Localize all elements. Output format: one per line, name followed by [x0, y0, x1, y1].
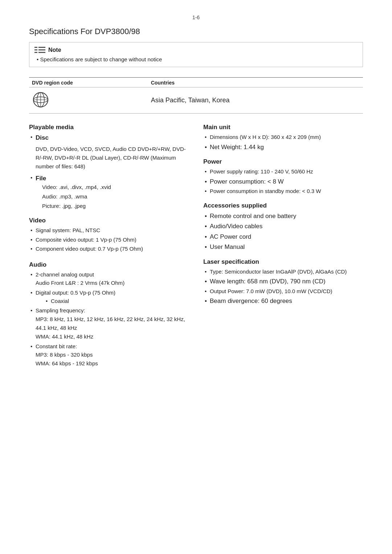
- power-item-2: Power consumption in standby mode: < 0.3…: [203, 187, 363, 196]
- video-item-2: Component video output: 0.7 Vp-p (75 Ohm…: [29, 245, 189, 253]
- playable-media-heading: Playable media: [29, 124, 189, 131]
- file-video: Video: .avi, .divx, .mp4, .xvid: [36, 183, 189, 192]
- power-list: Power supply rating: 110 - 240 V, 50/60 …: [203, 168, 363, 196]
- audio-item-2: Sampling frequency: MP3: 8 kHz, 11 kHz, …: [29, 307, 189, 341]
- svg-rect-3: [38, 47, 45, 48]
- countries-col-header: Countries: [148, 78, 363, 87]
- audio-item-0: 2-channel analog output Audio Front L&R …: [29, 271, 189, 288]
- laser-heading: Laser specification: [203, 258, 363, 266]
- svg-rect-0: [34, 47, 37, 48]
- note-label: Note: [48, 47, 61, 53]
- main-unit-heading: Main unit: [203, 124, 363, 131]
- svg-rect-2: [34, 52, 37, 53]
- power-item-0: Power supply rating: 110 - 240 V, 50/60 …: [203, 168, 363, 176]
- audio-item-2-sub: MP3: 8 kHz, 11 kHz, 12 kHz, 16 kHz, 22 k…: [36, 315, 189, 341]
- power-item-1: Power consumption: < 8 W: [203, 177, 363, 186]
- video-item-1: Composite video output: 1 Vp-p (75 Ohm): [29, 236, 189, 244]
- page-number: 1-6: [29, 15, 363, 20]
- audio-item-2-text: Sampling frequency:: [36, 307, 85, 313]
- disc-text: DVD, DVD-Video, VCD, SVCD, Audio CD DVD+…: [29, 145, 189, 171]
- audio-item-1: Digital output: 0.5 Vp-p (75 Ohm) Coaxia…: [29, 289, 189, 305]
- region-col-header: DVD region code: [29, 78, 148, 87]
- audio-item-3-text: Constant bit rate:: [36, 343, 77, 349]
- main-unit-item-0: Dimensions (W x H x D): 360 x 42 x 209 (…: [203, 133, 363, 141]
- note-item: Specifications are subject to change wit…: [34, 56, 356, 62]
- note-icon: [34, 46, 45, 54]
- file-audio: Audio: .mp3, .wma: [36, 192, 189, 201]
- disc-list: Disc: [29, 133, 189, 143]
- laser-item-0: Type: Semiconductor laser InGaAlP (DVD),…: [203, 268, 363, 276]
- audio-item-3: Constant bit rate: MP3: 8 kbps - 320 kbp…: [29, 342, 189, 368]
- disc-label: Disc: [36, 134, 49, 141]
- page-title: Specifications For DVP3800/98: [29, 27, 363, 36]
- power-heading: Power: [203, 158, 363, 165]
- accessories-list: Remote control and one battery Audio/Vid…: [203, 212, 363, 252]
- accessories-item-1: Audio/Video cables: [203, 222, 363, 231]
- accessories-item-3: User Manual: [203, 242, 363, 252]
- main-unit-list: Dimensions (W x H x D): 360 x 42 x 209 (…: [203, 133, 363, 152]
- audio-item-0-text: 2-channel analog output: [36, 271, 94, 278]
- file-picture: Picture: .jpg, .jpeg: [36, 202, 189, 210]
- svg-rect-1: [34, 49, 37, 50]
- right-column: Main unit Dimensions (W x H x D): 360 x …: [203, 124, 363, 370]
- laser-list: Type: Semiconductor laser InGaAlP (DVD),…: [203, 268, 363, 306]
- file-list: File Video: .avi, .divx, .mp4, .xvid Aud…: [29, 174, 189, 211]
- note-list: Specifications are subject to change wit…: [34, 56, 356, 62]
- accessories-item-0: Remote control and one battery: [203, 212, 363, 221]
- video-list: Signal system: PAL, NTSC Composite video…: [29, 226, 189, 253]
- region-table: DVD region code Countries Asia Pacific, …: [29, 77, 363, 114]
- globe-icon: [32, 103, 49, 110]
- audio-item-0-sub: Audio Front L&R : 2 Vrms (47k Ohm): [36, 279, 189, 287]
- coaxial-item: Coaxial: [44, 297, 189, 305]
- laser-item-3: Beam divergence: 60 degrees: [203, 296, 363, 306]
- file-label: File: [36, 175, 46, 182]
- audio-item-1-text: Digital output: 0.5 Vp-p (75 Ohm): [36, 290, 115, 296]
- laser-item-1: Wave length: 658 nm (DVD), 790 nm (CD): [203, 277, 363, 286]
- accessories-item-2: AC Power cord: [203, 232, 363, 242]
- content-columns: Playable media Disc DVD, DVD-Video, VCD,…: [29, 124, 363, 370]
- accessories-heading: Accessories supplied: [203, 202, 363, 209]
- disc-item: Disc: [29, 133, 189, 143]
- note-box: Note Specifications are subject to chang…: [29, 42, 363, 67]
- svg-rect-5: [38, 52, 45, 53]
- video-heading: Video: [29, 217, 189, 224]
- coaxial-list: Coaxial: [44, 297, 189, 305]
- svg-rect-4: [38, 49, 45, 50]
- note-header: Note: [34, 46, 356, 54]
- audio-heading: Audio: [29, 261, 189, 268]
- file-item: File Video: .avi, .divx, .mp4, .xvid Aud…: [29, 174, 189, 211]
- laser-item-2: Output Power: 7.0 mW (DVD), 10.0 mW (VCD…: [203, 287, 363, 296]
- video-item-0: Signal system: PAL, NTSC: [29, 226, 189, 235]
- audio-item-3-sub: MP3: 8 kbps - 320 kbps WMA: 64 kbps - 19…: [36, 350, 189, 368]
- left-column: Playable media Disc DVD, DVD-Video, VCD,…: [29, 124, 189, 370]
- audio-list: 2-channel analog output Audio Front L&R …: [29, 271, 189, 368]
- region-countries: Asia Pacific, Taiwan, Korea: [148, 87, 363, 114]
- main-unit-item-1: Net Weight: 1.44 kg: [203, 143, 363, 152]
- region-code-cell: [29, 87, 148, 114]
